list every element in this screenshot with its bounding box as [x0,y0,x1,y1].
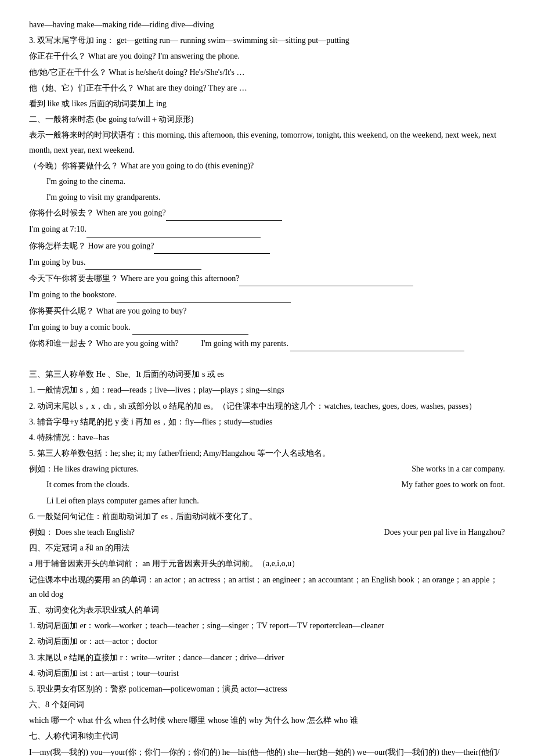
section3-example-row1: 例如：He likes drawing pictures. She works … [29,462,505,476]
line-double-ing: 3. 双写末尾字母加 ing： get—getting run— running… [29,33,505,48]
section3-item5: 5. 第三人称单数包括：he; she; it; my father/frien… [29,446,505,460]
line-what-doing-3: 他（她、它）们正在干什么？ What are they doing? They … [29,81,505,95]
example-4b: Does your pen pal live in Hangzhou? [384,525,505,539]
section3-example-row3: Li Lei often plays computer games after … [46,494,505,508]
section6-title: 六、8 个疑问词 [29,697,505,712]
section7-title: 七、人称代词和物主代词 [29,729,505,743]
section4-item1: a 用于辅音因素开头的单词前； an 用于元音因素开头的单词前。（a,e,i,o… [29,556,505,571]
section4-title: 四、不定冠词 a 和 an 的用法 [29,541,505,555]
section2-question3: 你将怎样去呢？ How are you going? [29,239,505,254]
example-4a: 例如： Does she teach English? [29,525,135,539]
section3-item4: 4. 特殊情况：have--has [29,430,505,445]
section5-item1: 1. 动词后面加 er：work—worker；teach—teacher；si… [29,618,505,633]
blank-6 [117,287,291,303]
section2-question1: （今晚）你将要做什么？ What are you going to do (th… [29,159,505,173]
blank-1 [166,206,282,221]
blank-4 [85,255,201,270]
section2-question2: 你将什么时候去？ When are you going? [29,206,505,221]
section5-item5: 5. 职业男女有区别的：警察 policeman—policewoman；演员 … [29,682,505,696]
section2-answer1a: I'm going to the cinema. [46,174,505,189]
line-what-doing-1: 你正在干什么？ What are you doing? I'm answerin… [29,49,505,63]
section4-item2: 记住课本中出现的要用 an 的单词：an actor；an actress；an… [29,573,505,602]
section5-item3: 3. 末尾以 e 结尾的直接加 r：write—writer；dance—dan… [29,650,505,665]
blank-3 [154,239,270,254]
example-1a: 例如：He likes drawing pictures. [29,462,139,476]
section3-item1: 1. 一般情况加 s，如：read—reads；live—lives；play—… [29,383,505,397]
blank-7 [132,320,248,335]
section3-title: 三、第三人称单数 He 、She、It 后面的动词要加 s 或 es [29,367,505,381]
example-2b: My father goes to work on foot. [402,477,505,492]
section2-answer1b: I'm going to visit my grandparents. [46,190,505,204]
section2-question6: 你将和谁一起去？ Who are you going with? I'm goi… [29,336,505,351]
blank-8 [290,336,464,351]
section2-answer5: I'm going to buy a comic book. [29,320,505,335]
section2-question5: 你将要买什么呢？ What are you going to buy? [29,304,505,318]
section5-title: 五、动词变化为表示职业或人的单词 [29,603,505,617]
section3-example-row2: It comes from the clouds. My father goes… [29,477,505,492]
section6-text: which 哪一个 what 什么 when 什么时候 where 哪里 who… [29,713,505,728]
section3-example-row4: 例如： Does she teach English? Does your pe… [29,525,505,539]
example-1b: She works in a car company. [412,462,505,476]
section3-item3: 3. 辅音字母+y 结尾的把 y 变 i 再加 es，如：fly—flies；s… [29,415,505,429]
section5-item2: 2. 动词后面加 or：act—actor；doctor [29,634,505,649]
blank-5 [239,271,413,286]
section5-item4: 4. 动词后面加 ist：art—artist；tour—tourist [29,666,505,681]
section2-answer2: I'm going at 7:10. [29,222,505,237]
example-2a: It comes from the clouds. [46,477,129,492]
section2-title: 二、一般将来时态 (be going to/will＋动词原形) [29,112,505,127]
section2-answer4: I'm going to the bookstore. [29,287,505,303]
section2-answer3: I'm going by bus. [29,255,505,270]
line-what-doing-2: 他/她/它正在干什么？ What is he/she/it doing? He'… [29,65,505,80]
main-content: have—having make—making ride—riding dive… [29,17,505,756]
blank-2 [86,222,261,237]
section3-item6: 6. 一般疑问句记住：前面助动词加了 es，后面动词就不变化了。 [29,509,505,524]
section7-text: I—my(我—我的) you—your(你；你们—你的；你们的) he—his(… [29,745,505,756]
line-have-having: have—having make—making ride—riding dive… [29,17,505,32]
section2-question4: 今天下午你将要去哪里？ Where are you going this aft… [29,271,505,286]
line-like-likes: 看到 like 或 likes 后面的动词要加上 ing [29,96,505,111]
section3-item2: 2. 动词末尾以 s，x，ch，sh 或部分以 o 结尾的加 es。（记住课本中… [29,399,505,413]
section2-time-words: 表示一般将来时的时间状语有：this morning, this afterno… [29,128,505,157]
